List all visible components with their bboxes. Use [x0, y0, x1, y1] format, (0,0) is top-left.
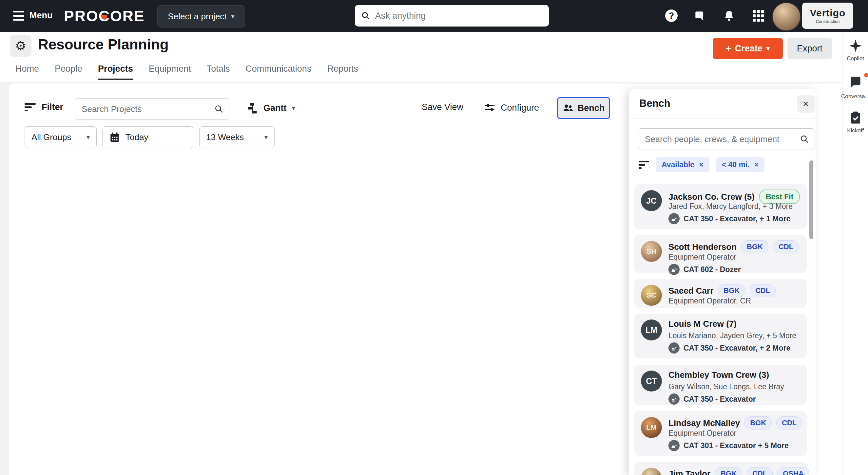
filter-button[interactable]: Filter: [25, 102, 63, 112]
bench-panel: Bench × Available× < 40 mi.× JC Jackson …: [629, 89, 815, 475]
person-avatar: LM: [641, 417, 662, 438]
bench-search-input[interactable]: [644, 134, 800, 145]
search-icon: [362, 11, 370, 20]
search-icon: [800, 135, 809, 144]
filter-icon[interactable]: [639, 161, 649, 169]
skill-chip: OSHA: [777, 467, 809, 475]
configure-button[interactable]: Configure: [484, 102, 539, 113]
calendar-icon: [109, 132, 120, 143]
groups-dropdown[interactable]: All Groups ▾: [25, 126, 97, 148]
project-selector-button[interactable]: Select a project▾: [157, 5, 245, 28]
crew-avatar: LM: [641, 319, 662, 340]
side-rail: Copilot Conversa... Kickoff: [842, 32, 868, 475]
skill-chip: CDL: [773, 240, 799, 253]
filter-chip-available[interactable]: Available×: [656, 157, 709, 172]
chat-icon: [693, 9, 706, 22]
page-header: ⚙ Resource Planning +Create▾ Export Home…: [0, 32, 868, 82]
copilot-star-icon: [849, 39, 862, 53]
person-avatar: SC: [641, 285, 662, 306]
project-search[interactable]: [75, 98, 229, 120]
view-selector[interactable]: Gantt ▾: [246, 102, 295, 114]
tab-equipment[interactable]: Equipment: [149, 64, 191, 80]
bench-title: Bench: [639, 98, 671, 109]
excavator-icon: [671, 266, 677, 273]
rail-item-copilot[interactable]: Copilot: [842, 39, 868, 62]
date-picker[interactable]: Today: [102, 126, 193, 148]
bench-filter-row: Available× < 40 mi.×: [639, 157, 765, 172]
app-launcher-button[interactable]: [751, 8, 766, 23]
chevron-down-icon: ▾: [87, 133, 90, 141]
bench-card-jackson-crew[interactable]: JC Jackson Co. Crew (5) Best Fit Jared F…: [634, 184, 807, 229]
rail-item-conversations[interactable]: Conversa...: [842, 75, 868, 100]
excavator-icon: [671, 345, 677, 351]
crew-avatar: JC: [641, 190, 662, 211]
hamburger-menu-icon[interactable]: [13, 11, 24, 21]
equipment-avatar: [669, 264, 680, 275]
tab-people[interactable]: People: [55, 64, 82, 80]
bench-card-jim-taylor[interactable]: JT Jim Taylor BGK CDL OSHA: [634, 462, 807, 475]
tab-home[interactable]: Home: [16, 64, 39, 80]
grid-icon: [753, 10, 764, 22]
range-dropdown[interactable]: 13 Weeks ▾: [199, 126, 275, 148]
chevron-down-icon: ▾: [292, 104, 295, 112]
people-icon: [563, 102, 574, 113]
app-window: Menu PROCORE Select a project▾ ? Vertigo…: [0, 0, 868, 475]
bench-toggle-button[interactable]: Bench: [557, 97, 610, 119]
user-avatar[interactable]: [772, 2, 801, 31]
crew-avatar: CT: [641, 371, 662, 392]
excavator-icon: [671, 215, 677, 222]
export-button[interactable]: Export: [787, 38, 832, 59]
chevron-down-icon: ▾: [231, 12, 235, 20]
gantt-view-icon: [246, 102, 258, 114]
help-button[interactable]: ?: [664, 8, 679, 23]
global-search[interactable]: [355, 5, 549, 27]
bench-scrollbar[interactable]: [809, 160, 813, 239]
settings-gear-icon: ⚙: [15, 39, 26, 53]
bench-card-scott-henderson[interactable]: SH Scott Henderson BGK CDL Equipment Ope…: [634, 235, 807, 273]
remove-chip-icon[interactable]: ×: [699, 160, 703, 169]
excavator-icon: [671, 396, 677, 402]
ask-anything-input[interactable]: [375, 10, 542, 21]
project-search-input[interactable]: [81, 104, 215, 114]
filter-chip-distance[interactable]: < 40 mi.×: [716, 157, 765, 172]
bench-card-lindsay-mcnalley[interactable]: LM Lindsay McNalley BGK CDL Equipment Op…: [634, 411, 807, 456]
bell-icon: [723, 10, 735, 22]
skill-chip: CDL: [750, 284, 776, 297]
bench-card-chembley-crew[interactable]: CT Chembley Town Crew (3) Gary Wilson, S…: [634, 365, 807, 405]
save-view-button[interactable]: Save View: [422, 102, 463, 112]
search-icon: [215, 104, 223, 113]
conversations-button[interactable]: [692, 8, 707, 23]
person-avatar: JT: [641, 468, 662, 475]
equipment-avatar: [669, 394, 680, 405]
tool-settings-button[interactable]: ⚙: [10, 35, 31, 57]
create-button[interactable]: +Create▾: [713, 38, 783, 59]
sliders-icon: [484, 102, 495, 113]
top-navigation-bar: Menu PROCORE Select a project▾ ? Vertigo…: [0, 0, 868, 32]
notification-dot: [864, 73, 868, 77]
menu-button[interactable]: Menu: [30, 10, 53, 21]
procore-logo[interactable]: PROCORE: [64, 7, 145, 25]
bench-card-louis-crew[interactable]: LM Louis M Crew (7) Louis Mariano, Jayde…: [634, 314, 807, 359]
procore-logo-dot: [102, 15, 107, 19]
equipment-avatar: [669, 440, 680, 451]
bench-card-saeed-carr[interactable]: SC Saeed Carr BGK CDL Equipment Operator…: [634, 279, 807, 308]
skill-chip: BGK: [744, 416, 772, 430]
notifications-button[interactable]: [722, 8, 736, 23]
chevron-down-icon: ▾: [767, 44, 770, 53]
page-title: Resource Planning: [38, 36, 169, 53]
divider: [629, 118, 815, 119]
tab-projects[interactable]: Projects: [98, 64, 133, 80]
plus-icon: +: [726, 43, 731, 54]
remove-chip-icon[interactable]: ×: [754, 160, 758, 169]
page-tabs: Home People Projects Equipment Totals Co…: [16, 64, 358, 80]
tab-reports[interactable]: Reports: [327, 64, 358, 80]
tab-totals[interactable]: Totals: [207, 64, 230, 80]
rail-item-kickoff[interactable]: Kickoff: [842, 111, 868, 134]
tab-communications[interactable]: Communications: [245, 64, 311, 80]
bench-search[interactable]: [638, 128, 815, 150]
bench-close-button[interactable]: ×: [797, 95, 814, 113]
conversations-icon: [848, 75, 863, 89]
skill-chip: CDL: [747, 467, 773, 475]
skill-chip: CDL: [776, 416, 802, 430]
company-logo[interactable]: Vertigo Construction: [802, 3, 853, 29]
